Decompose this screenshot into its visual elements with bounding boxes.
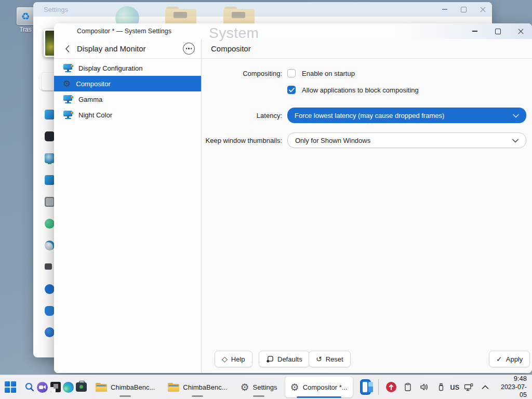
keyboard-layout-indicator[interactable]: us xyxy=(449,382,460,392)
ghost-users-icon xyxy=(45,219,55,229)
thumbnails-value: Only for Shown Windows xyxy=(295,137,370,144)
browser-button[interactable] xyxy=(62,378,75,396)
console-app-button[interactable] xyxy=(49,378,62,396)
latency-dropdown[interactable]: Force lowest latency (may cause dropped … xyxy=(287,108,526,123)
compositor-settings-window: Compositor * — System Settings Display a… xyxy=(54,23,532,373)
video-chat-button[interactable] xyxy=(36,378,49,396)
taskbar-divider xyxy=(378,379,379,395)
sidebar-item-gamma[interactable]: Gamma xyxy=(54,91,201,107)
speaker-icon xyxy=(419,382,430,392)
keep-window-thumbnails-dropdown[interactable]: Only for Shown Windows xyxy=(287,132,526,148)
taskbar-app-label: Settings xyxy=(253,383,277,391)
maximize-icon xyxy=(495,29,501,34)
latency-value: Force lowest latency (may cause dropped … xyxy=(295,112,444,119)
dialog-footer: ◇ Help Defaults ↺ Reset ✓ Apply xyxy=(202,351,532,373)
reset-label: Reset xyxy=(326,355,343,363)
chevron-up-icon xyxy=(481,384,489,390)
minimize-button[interactable] xyxy=(463,23,486,39)
windows-logo-icon xyxy=(5,381,16,393)
ghost-monitor-icon xyxy=(45,175,55,185)
clock-date: 2023-07-05 xyxy=(498,383,527,399)
taskbar-app-compositor[interactable]: ⚙ Compositor *... xyxy=(285,377,353,397)
maximize-icon[interactable] xyxy=(461,7,467,12)
sidebar-item-night-color[interactable]: Night Color xyxy=(54,107,201,123)
sidebar-item-label: Gamma xyxy=(78,96,102,103)
chevron-down-icon xyxy=(512,137,518,144)
ghost-blue-icon xyxy=(45,284,55,294)
search-button[interactable] xyxy=(23,378,36,396)
usb-tray-button[interactable] xyxy=(433,378,449,396)
allow-block-compositing-label[interactable]: Allow applications to block compositing xyxy=(302,86,419,94)
update-badge-icon xyxy=(385,381,397,393)
taskbar: ChimbaBenc... ChimbaBenc... ⚙ Settings ⚙… xyxy=(0,375,532,399)
back-button[interactable] xyxy=(61,43,73,55)
sidebar-item-label: Night Color xyxy=(78,111,112,119)
clock[interactable]: 9:48 2023-07-05 xyxy=(498,375,532,399)
check-icon xyxy=(289,88,295,92)
sidebar-header: Display and Monitor xyxy=(77,44,183,53)
reset-icon: ↺ xyxy=(316,355,322,363)
video-chat-icon xyxy=(37,382,48,393)
running-indicator xyxy=(119,395,131,397)
monitor-icon xyxy=(63,111,73,119)
keep-window-thumbnails-label: Keep window thumbnails: xyxy=(202,137,282,144)
display-icon xyxy=(463,382,474,392)
background-window-title: Settings xyxy=(33,6,68,14)
chevron-left-icon xyxy=(65,45,70,52)
active-indicator xyxy=(297,396,341,398)
enable-on-startup-label[interactable]: Enable on startup xyxy=(302,70,355,77)
taskbar-app-chimbabench-2[interactable]: ChimbaBenc... xyxy=(163,377,232,397)
taskbar-app-label: Compositor *... xyxy=(303,383,348,391)
defaults-icon xyxy=(266,355,274,364)
trash-icon: ♻ xyxy=(17,7,34,25)
close-icon xyxy=(518,29,524,34)
volume-tray-button[interactable] xyxy=(416,378,433,396)
gear-icon: ⚙ xyxy=(241,382,249,392)
window-title: Compositor * — System Settings xyxy=(54,28,171,35)
sidebar-item-compositor[interactable]: ⚙ Compositor xyxy=(54,76,201,91)
layout-panes-button[interactable] xyxy=(360,379,371,395)
page-title: Compositor xyxy=(202,39,532,59)
toolbox-app-button[interactable] xyxy=(75,378,88,396)
help-label: Help xyxy=(231,355,245,363)
usb-drive-icon xyxy=(436,382,446,392)
settings-content: Compositor Compositing: Enable on startu… xyxy=(202,39,532,373)
background-window-titlebar: Settings xyxy=(33,2,492,17)
latency-label: Latency: xyxy=(202,112,282,119)
search-icon xyxy=(24,382,35,392)
taskbar-app-chimbabench-1[interactable]: ChimbaBenc... xyxy=(90,377,160,397)
start-button[interactable] xyxy=(4,378,17,396)
sidebar-item-display-configuration[interactable]: Display Configuration xyxy=(54,60,201,76)
ghost-folder-icon xyxy=(165,7,196,25)
allow-block-compositing-checkbox[interactable] xyxy=(287,86,296,94)
defaults-button[interactable]: Defaults xyxy=(259,351,310,367)
updates-tray-button[interactable] xyxy=(383,378,400,396)
close-button[interactable] xyxy=(509,23,532,39)
minimize-icon[interactable] xyxy=(442,9,447,9)
window-titlebar[interactable]: Compositor * — System Settings xyxy=(54,23,532,39)
help-button[interactable]: ◇ Help xyxy=(215,351,252,367)
ghost-frame-icon xyxy=(45,197,55,207)
clock-time: 9:48 xyxy=(498,375,527,383)
close-icon[interactable] xyxy=(480,7,486,12)
overflow-menu-button[interactable] xyxy=(183,43,195,55)
reset-button[interactable]: ↺ Reset xyxy=(309,351,351,367)
clipboard-tray-button[interactable] xyxy=(400,378,416,396)
browser-icon xyxy=(63,382,74,393)
enable-on-startup-checkbox[interactable] xyxy=(287,69,296,77)
sidebar-item-label: Display Configuration xyxy=(78,64,143,72)
ghost-input-icon xyxy=(45,263,52,270)
gear-icon: ⚙ xyxy=(290,382,299,392)
chevron-down-icon xyxy=(513,112,519,119)
taskbar-app-label: ChimbaBenc... xyxy=(183,383,227,391)
display-tray-button[interactable] xyxy=(460,378,477,396)
apply-button[interactable]: ✓ Apply xyxy=(489,351,530,367)
maximize-button[interactable] xyxy=(486,23,509,39)
gear-icon: ⚙ xyxy=(63,79,71,88)
running-indicator xyxy=(192,395,203,397)
tray-expand-button[interactable] xyxy=(477,378,494,396)
monitor-icon xyxy=(63,95,73,104)
taskbar-app-settings[interactable]: ⚙ Settings xyxy=(235,377,283,397)
sidebar-item-label: Compositor xyxy=(76,80,110,88)
folder-icon xyxy=(168,383,179,392)
